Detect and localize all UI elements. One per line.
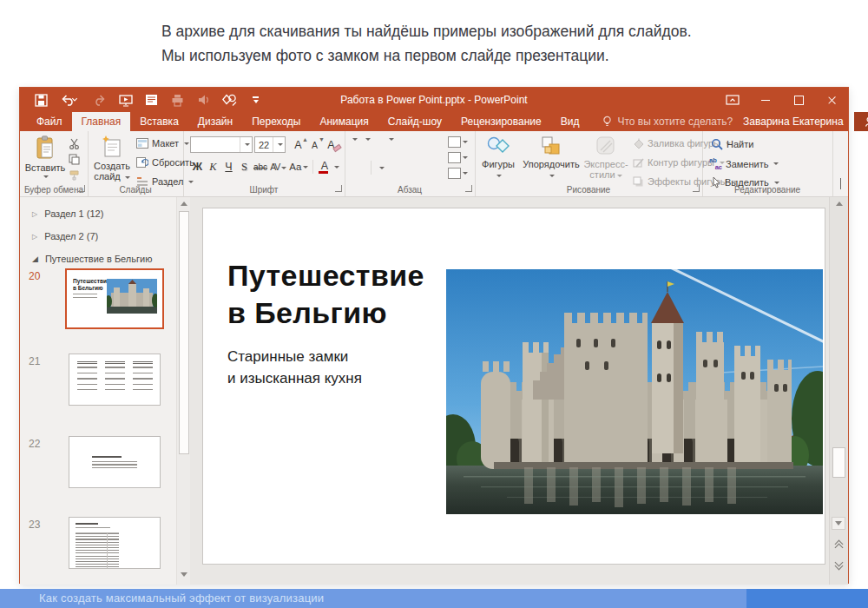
new-slide-label-1: Создать [94,161,130,171]
tab-review[interactable]: Рецензирование [451,112,551,131]
drawing-dialog-launcher[interactable] [693,185,700,192]
thumb-table [76,532,119,568]
align-text-button[interactable] [448,152,468,163]
course-footer-bar[interactable]: Как создать максимальный эффект от визуа… [0,589,868,608]
font-color-button[interactable]: А [317,160,332,174]
thumbnail-panel-scrollbar[interactable] [176,197,190,585]
panel-scroll-up-icon[interactable] [181,202,187,206]
replace-button[interactable]: abac Заменить [709,157,779,170]
cut-button[interactable] [69,138,80,149]
align-text-caret [463,156,468,159]
ink-shapes-icon[interactable] [222,93,237,108]
paste-button[interactable]: Вставить [23,135,67,178]
slide-thumbnail-23[interactable] [69,517,161,569]
share-person-icon [865,116,868,128]
section-row-3[interactable]: ◢ Путешествие в Бельгию [32,254,152,264]
layout-icon [136,138,148,149]
thumb-text-column [133,361,153,394]
slide-thumbnail-21[interactable] [69,354,161,406]
slide-number-21: 21 [29,355,40,367]
text-direction-button[interactable] [448,136,468,148]
maximize-button[interactable] [782,88,815,112]
character-spacing-button[interactable]: AV [269,162,287,172]
tab-file[interactable]: Файл [27,112,72,131]
find-button[interactable]: Найти [711,138,753,150]
mini-title: Путешествие в Бельгию [73,278,110,291]
bold-button[interactable]: Ж [190,161,205,173]
tell-me-box[interactable]: Что вы хотите сделать? [602,112,733,131]
tab-slideshow[interactable]: Слайд-шоу [378,112,451,131]
section-label: Раздел 1 (12) [44,208,103,219]
customize-qat-icon[interactable] [248,93,263,108]
font-dialog-launcher[interactable] [335,185,342,192]
tab-design[interactable]: Дизайн [188,112,242,131]
section-label: Раздел 2 (7) [44,231,98,241]
minimize-button[interactable] [749,88,782,112]
next-slide-button[interactable] [832,558,845,572]
font-size-caret [278,143,283,146]
slide-canvas[interactable]: Путешествие в Бельгию Старинные замки и … [202,208,825,565]
section-collapsed-icon[interactable]: ▷ [32,210,37,218]
change-case-button[interactable]: Aa [288,162,309,172]
shrink-font-button[interactable]: А▼ [307,139,322,151]
ribbon-display-options-button[interactable] [716,88,749,112]
close-button[interactable] [815,88,848,112]
collapse-ribbon-button[interactable] [840,179,841,189]
thumb-text-column [77,361,97,394]
clear-formatting-button[interactable]: А [324,139,339,151]
convert-smartart-button[interactable] [448,168,468,179]
quick-access-toolbar [20,93,263,108]
slide-thumbnail-22[interactable] [69,436,161,488]
powerpoint-window: Работа в Power Point.pptx - PowerPoint Ф… [19,87,849,584]
redo-icon [92,93,107,108]
castle-photo[interactable] [446,269,823,514]
font-name-combo[interactable] [190,136,253,153]
previous-slide-button[interactable] [832,538,845,551]
text-shadow-button[interactable]: S [237,161,252,174]
arrange-button[interactable]: Упорядочить [522,135,581,180]
undo-icon[interactable] [60,93,81,108]
select-caret [774,182,779,184]
lesson-line-2: Мы используем фото с замком на первом сл… [161,43,692,68]
slide-thumbnail-20-selected[interactable]: Путешествие в Бельгию [65,268,164,329]
main-scrollbar[interactable] [829,197,848,585]
layout-button[interactable]: Макет [136,138,189,149]
tab-view[interactable]: Вид [551,112,589,131]
clipboard-dialog-launcher[interactable] [78,185,85,192]
reading-view-icon[interactable] [144,93,159,108]
shape-fill-icon [633,138,644,149]
strikethrough-button[interactable]: abc [253,162,268,172]
section-row-2[interactable]: ▷ Раздел 2 (7) [32,231,98,241]
section-collapsed-icon[interactable]: ▷ [32,233,37,241]
new-slide-button[interactable]: Создать слайд [89,135,135,182]
copy-button[interactable] [69,154,80,165]
slide-title-textbox[interactable]: Путешествие в Бельгию [227,257,424,332]
slide-number-20: 20 [29,270,40,282]
scroll-up-icon[interactable] [836,202,843,206]
save-icon[interactable] [34,93,49,108]
main-scrollbar-thumb[interactable] [832,447,845,478]
slide-number-23: 23 [29,519,40,531]
scroll-down-button[interactable] [832,517,845,530]
share-button[interactable]: Общий доступ [854,112,868,131]
paragraph-dialog-launcher[interactable] [465,185,472,192]
tab-insert[interactable]: Вставка [130,112,188,131]
section-row-1[interactable]: ▷ Раздел 1 (12) [32,208,103,219]
start-slideshow-icon[interactable] [118,93,133,108]
panel-scrollbar-thumb[interactable] [179,211,189,454]
tab-animation[interactable]: Анимация [310,112,378,131]
shapes-button[interactable]: Фигуры [477,135,520,180]
lightbulb-icon [602,116,612,128]
user-name[interactable]: Заварина Екатерина [733,112,854,131]
layout-label: Макет [152,138,179,149]
panel-scroll-down-icon[interactable] [181,572,187,577]
underline-button[interactable]: Ч [221,161,236,173]
italic-button[interactable]: К [206,161,220,174]
tab-transitions[interactable]: Переходы [242,112,310,131]
font-size-combo[interactable]: 22 [254,136,286,153]
tab-home[interactable]: Главная [72,112,131,131]
slide-subtitle-textbox[interactable]: Старинные замки и изысканная кухня [227,346,362,389]
grow-font-button[interactable]: А▲ [291,139,306,151]
font-color-caret [334,166,339,169]
section-expanded-icon[interactable]: ◢ [32,254,38,263]
